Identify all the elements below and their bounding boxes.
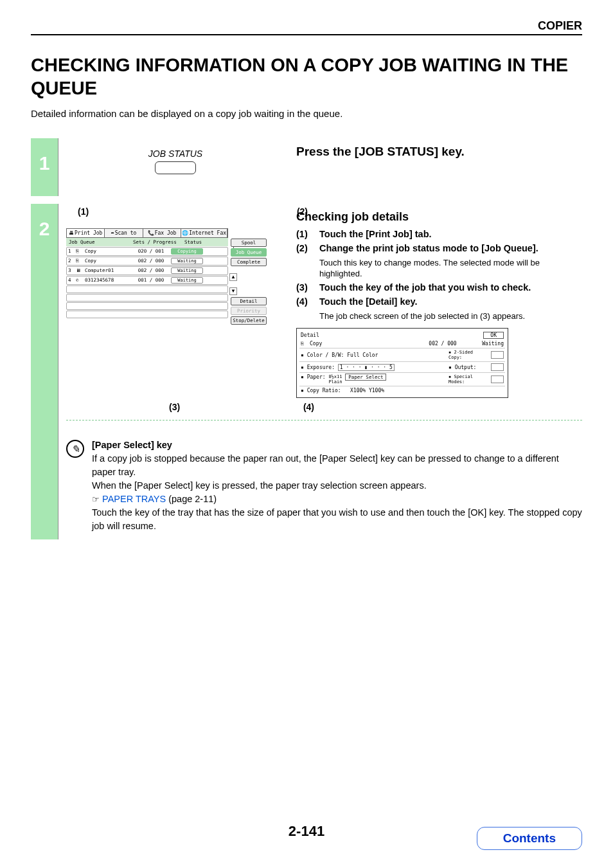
job-status-key-graphic: JOB STATUS [148, 149, 202, 190]
inst-num-3: (3) [296, 282, 313, 293]
row-status: Waiting [171, 258, 203, 264]
detail-exposure-scale: 1 · · · ▮ · · · 5 [338, 364, 395, 371]
row-name: 0312345678 [85, 277, 131, 283]
header-underline [31, 34, 582, 35]
detail-exposure-label: Exposure: [307, 365, 335, 370]
contents-button[interactable]: Contents [477, 827, 582, 850]
job-status-key-label: JOB STATUS [148, 149, 202, 159]
detail-color: Color / B/W: Full Color [307, 352, 378, 358]
step-1-number: 1 [31, 138, 58, 196]
inst-4-note: The job check screen of the job selected… [319, 311, 582, 322]
instruction-list: (1)Touch the [Print Job] tab. (2)Change … [296, 229, 582, 253]
note-block: ✎ [Paper Select] key If a copy job is st… [66, 439, 582, 533]
priority-button[interactable]: Priority [231, 307, 267, 315]
special-modes-icon [491, 375, 504, 383]
copy-icon: ⎘ [76, 248, 85, 254]
note-body-3: Touch the key of the tray that has the s… [92, 507, 582, 531]
table-row[interactable]: 2 ⎘ Copy 002 / 000 Waiting [66, 257, 228, 266]
tab-print-job-label: Print Job [75, 230, 102, 236]
detail-ratio-value: X100% Y100% [350, 388, 384, 393]
tab-bar: 🖶Print Job ➦Scan to 📞Fax Job 🌐Internet F… [66, 228, 228, 238]
inst-text-4: Touch the [Detail] key. [319, 296, 418, 307]
divider [66, 420, 582, 420]
row-status: Waiting [171, 267, 203, 274]
output-icon [491, 363, 504, 371]
paper-select-button[interactable]: Paper Select [345, 374, 386, 381]
row-num: 3 [68, 267, 76, 273]
row-progress: 002 / 000 [131, 258, 171, 264]
row-progress: 020 / 001 [131, 248, 171, 254]
side-buttons: Spool Job Queue Complete Detail Priority… [231, 239, 267, 325]
job-list: 1 ⎘ Copy 020 / 001 Copying 2 ⎘ Copy 002 … [66, 247, 228, 318]
step-2-number: 2 [31, 204, 58, 540]
callout-4: (4) [303, 402, 314, 412]
paper-trays-link[interactable]: PAPER TRAYS [102, 494, 166, 504]
inst-num-4: (4) [296, 296, 313, 307]
tab-ifax-label: Internet Fax [189, 230, 226, 236]
inst-num-1: (1) [296, 229, 313, 239]
job-status-button-icon [155, 161, 196, 174]
row-name: Computer01 [85, 267, 131, 273]
instruction-list-2: (3)Touch the key of the job that you wis… [296, 282, 582, 307]
job-status-panel: 🖶Print Job ➦Scan to 📞Fax Job 🌐Internet F… [66, 228, 228, 318]
detail-special-label: Special Modes: [449, 374, 473, 384]
table-row [66, 311, 228, 318]
step-1: 1 JOB STATUS Press the [JOB STATUS] key. [31, 138, 582, 196]
phone-icon: ✆ [76, 277, 85, 283]
detail-button[interactable]: Detail [231, 297, 267, 305]
link-page-ref: (page 2-11) [166, 494, 217, 504]
inst-text-2: Change the print job status mode to [Job… [319, 243, 538, 253]
copy-icon: ⎘ [301, 341, 310, 347]
table-row [66, 294, 228, 302]
detail-progress: 002 / 000 [420, 341, 465, 347]
tab-print-job[interactable]: 🖶Print Job [67, 229, 105, 237]
detail-paper-label: Paper: [307, 374, 326, 380]
row-progress: 001 / 000 [131, 277, 171, 283]
row-num: 1 [68, 248, 76, 254]
callout-1: (1) [78, 206, 89, 217]
detail-title: Detail [301, 332, 319, 338]
detail-job-name: Copy [310, 341, 420, 347]
spool-button[interactable]: Spool [231, 239, 267, 247]
col-job-queue: Job Queue [69, 239, 133, 245]
note-body-1: If a copy job is stopped because the pap… [92, 453, 559, 477]
col-status: Status [184, 239, 223, 245]
table-row[interactable]: 3 🖥 Computer01 002 / 000 Waiting [66, 266, 228, 275]
step-2: 2 (1) (2) 🖶Print Job ➦Scan to 📞Fax Job 🌐… [31, 204, 582, 540]
row-status: Waiting [171, 277, 203, 284]
tab-fax-label: Fax Job [155, 230, 177, 236]
detail-2sided-label: 2-Sided Copy: [449, 350, 473, 360]
col-sets-progress: Sets / Progress [133, 239, 184, 245]
table-row[interactable]: 1 ⎘ Copy 020 / 001 Copying [66, 247, 228, 256]
page-title: CHECKING INFORMATION ON A COPY JOB WAITI… [31, 53, 582, 100]
table-row [66, 302, 228, 310]
inst-text-1: Touch the [Print Job] tab. [319, 229, 432, 239]
tab-scan-label: Scan to [115, 230, 137, 236]
detail-status: Waiting [465, 341, 504, 347]
job-queue-button[interactable]: Job Queue [231, 248, 267, 257]
computer-icon: 🖥 [76, 267, 85, 273]
pointer-icon: ☞ [92, 494, 100, 504]
detail-output-label: Output: [455, 365, 477, 370]
row-num: 2 [68, 258, 76, 264]
ok-button[interactable]: OK [483, 332, 504, 339]
detail-paper-value: 8½x11 Plain [328, 374, 342, 384]
row-name: Copy [85, 248, 131, 254]
table-row [66, 285, 228, 293]
copy-icon: ⎘ [76, 258, 85, 264]
tab-scan-to[interactable]: ➦Scan to [105, 229, 143, 237]
detail-ratio-label: Copy Ratio: [307, 388, 341, 393]
duplex-icon [491, 351, 504, 359]
detail-screen: Detail OK ⎘ Copy 002 / 000 Waiting ▪ Col… [296, 328, 508, 398]
tab-fax-job[interactable]: 📞Fax Job [143, 229, 181, 237]
complete-button[interactable]: Complete [231, 258, 267, 266]
tab-internet-fax[interactable]: 🌐Internet Fax [181, 229, 227, 237]
row-name: Copy [85, 258, 131, 264]
step-2-heading: Checking job details [296, 210, 582, 224]
stop-delete-button[interactable]: Stop/Delete [231, 316, 267, 325]
row-num: 4 [68, 277, 76, 283]
inst-2-note: Touch this key to change modes. The sele… [319, 257, 582, 280]
table-row[interactable]: 4 ✆ 0312345678 001 / 000 Waiting [66, 276, 228, 285]
row-progress: 002 / 000 [131, 267, 171, 273]
list-header: Job Queue Sets / Progress Status [66, 238, 228, 246]
